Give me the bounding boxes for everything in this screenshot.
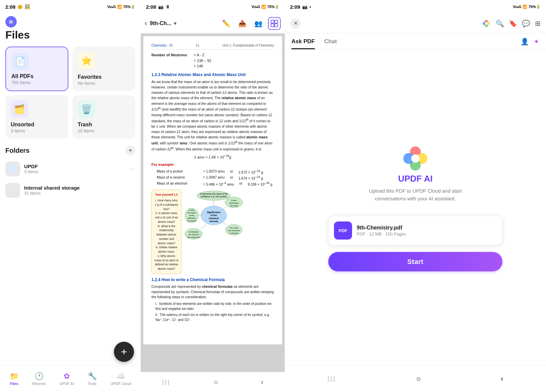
updf-ai-nav-icon: ✿ (64, 372, 70, 381)
pdf-page-header: Chemistry - IX 11 Unit 1: Fundamentals o… (151, 43, 274, 50)
signal-icon: Vo₄G (107, 5, 116, 9)
person-icon[interactable]: 👤 (521, 38, 529, 46)
user-avatar[interactable]: R (5, 16, 17, 27)
pdf-card-info: 9th-Chemistry.pdf PDF · 12 MB · 150 Page… (357, 225, 497, 237)
grid-view-button[interactable] (268, 17, 281, 30)
favorites-icon: ⭐ (78, 52, 95, 69)
nav-recents[interactable]: 🕐 Recents (27, 369, 51, 388)
trash-label: Trash (78, 122, 130, 128)
svg-rect-0 (8, 164, 17, 174)
status-time-pdf: 2:08 (146, 4, 156, 10)
grid-icon[interactable]: ⊞ (535, 19, 541, 27)
nav-tools-label: Tools (88, 382, 96, 386)
add-folder-button[interactable]: + (125, 145, 135, 155)
ai-panel: 2:09 📷 • Vo₄G 📶 70%🔋 ✕ 🔍 🔖 💬 ⊞ (285, 0, 546, 392)
favorites-count: No Items (78, 81, 130, 86)
svg-point-43 (485, 22, 488, 25)
svg-text:one mole: one mole (230, 205, 238, 207)
sparkle-icon[interactable]: ✦ (534, 38, 539, 46)
fab-add-button[interactable]: + (114, 342, 134, 362)
status-right-ai: Vo₄G 📶 70%🔋 (513, 5, 541, 9)
svg-text:It represents the name of the: It represents the name of the (200, 193, 227, 195)
status-right-files: Vo₄G 📶 70%🔋 (107, 5, 135, 9)
svg-text:It tells: It tells (189, 209, 194, 211)
svg-rect-2 (8, 186, 17, 195)
nav-recents-label: Recents (32, 382, 46, 386)
svg-text:or formula: or formula (229, 232, 238, 234)
amu-formula: 1 amu = 1.66 × 10−24g (151, 154, 274, 160)
ai-close-button[interactable]: ✕ (290, 18, 301, 29)
folder-storage-name: Internal shared storage (24, 185, 135, 191)
pdf-header-right: Unit 1: Fundamentals of Chemistry (222, 43, 274, 48)
folder-updf-count: 3 Items (24, 169, 128, 174)
svg-point-48 (411, 154, 419, 162)
battery-icon-pdf: 70%🔋 (267, 5, 279, 9)
pdf-title: 9th-Ch... (150, 20, 171, 26)
status-time-files: 2:08 (5, 4, 15, 10)
annotate-button[interactable]: ✏️ (220, 17, 232, 30)
pdf-panel: 2:08 📷 ⏸ Vo₄G 📶 70%🔋 ‹ 9th-Ch... ▾ ✏️ 📤 … (141, 0, 285, 392)
svg-text:one molecule: one molecule (228, 230, 240, 232)
svg-text:of the: of the (189, 214, 194, 216)
unsorted-icon: 🗂️ (11, 101, 28, 118)
tab-ask-pdf[interactable]: Ask PDF (291, 34, 315, 49)
svg-rect-5 (275, 20, 278, 23)
tools-nav-icon: 🔧 (88, 372, 97, 381)
export-button[interactable]: 📤 (236, 17, 249, 30)
nav-updf-ai[interactable]: ✿ UPDF AI (54, 369, 79, 388)
folder-updf-more-icon[interactable]: ··· (128, 164, 135, 174)
folder-updf[interactable]: 📁 UPDF 3 Items ··· (0, 158, 141, 180)
pdf-content: Chemistry - IX 11 Unit 1: Fundamentals o… (141, 34, 285, 372)
pdf-card-name: 9th-Chemistry.pdf (357, 225, 497, 231)
svg-text:It indicates: It indicates (189, 231, 199, 233)
section-1-2-4-title: 1.2.4 How to write a Chemical Formula (151, 277, 274, 283)
card-favorites[interactable]: ⭐ Favorites No Items (72, 47, 135, 91)
updf-ai-logo (400, 143, 430, 174)
pdf-toolbar: ‹ 9th-Ch... ▾ ✏️ 📤 👥 (141, 13, 285, 34)
pdf-back-gesture-button[interactable]: ‹ (261, 378, 263, 387)
ai-main-content: UPDF AI Upload this PDF to UPDF Cloud an… (285, 50, 546, 365)
svg-text:elements: elements (188, 217, 196, 219)
svg-rect-4 (271, 20, 274, 23)
all-pdfs-icon: 📄 (11, 53, 29, 70)
pdf-card-icon: PDF (334, 221, 352, 240)
svg-line-33 (201, 225, 206, 228)
comment-icon[interactable]: 💬 (522, 19, 530, 27)
start-button[interactable]: Start (328, 252, 502, 271)
all-pdfs-count: 755 Items (11, 80, 62, 85)
nav-tools[interactable]: 🔧 Tools (82, 369, 102, 388)
svg-text:represents: represents (229, 202, 238, 204)
ai-bottom-nav: ||| ○ ‹ (285, 365, 546, 392)
share-button[interactable]: 👥 (252, 17, 265, 30)
card-unsorted[interactable]: 🗂️ Unsorted 3 Items (5, 95, 68, 139)
svg-rect-6 (271, 24, 274, 27)
pdf-back-button[interactable]: ‹ (145, 19, 147, 28)
pdf-home-button[interactable]: ○ (214, 378, 218, 387)
trash-count: 10 Items (78, 128, 130, 133)
svg-text:the mass of: the mass of (188, 234, 199, 236)
svg-text:formula: formula (209, 220, 218, 222)
search-icon[interactable]: 🔍 (496, 19, 504, 27)
card-all-pdfs[interactable]: 📄 All PDFs 755 Items (5, 47, 68, 91)
folder-storage-info: Internal shared storage 31 Items (24, 185, 135, 196)
svg-rect-7 (275, 24, 278, 27)
for-example-label: For example: (151, 162, 274, 168)
nav-cloud[interactable]: ☁️ UPDF Cloud (105, 369, 137, 388)
pdf-header-center: 11 (196, 43, 199, 48)
folder-internal-storage[interactable]: 💾 Internal shared storage 31 Items (0, 180, 141, 201)
pdf-header-left: Chemistry - IX (151, 43, 173, 48)
section-1-2-3-title: 1.2.3 Relative Atomic Mass and Atomic Ma… (151, 72, 274, 78)
wifi-icon: 📶 (117, 5, 122, 9)
svg-text:substance e.g. H₂O (water): substance e.g. H₂O (water) (201, 195, 227, 198)
trash-icon: 🗑️ (78, 101, 95, 118)
pdf-dropdown-button[interactable]: ▾ (174, 20, 177, 26)
card-trash[interactable]: 🗑️ Trash 10 Items (72, 95, 135, 139)
tab-chat[interactable]: Chat (324, 34, 337, 49)
recents-nav-icon: 🕐 (35, 372, 44, 381)
bookmark-icon[interactable]: 🔖 (509, 19, 517, 27)
neutrons-label: Number of Neutrons (151, 52, 187, 69)
ai-back-button[interactable]: ‹ (501, 375, 503, 383)
nav-files[interactable]: 📁 Files (4, 369, 24, 388)
ai-home-button[interactable]: ○ (416, 375, 421, 383)
updf-ai-desc: Upload this PDF to UPDF Cloud and start … (362, 187, 469, 202)
